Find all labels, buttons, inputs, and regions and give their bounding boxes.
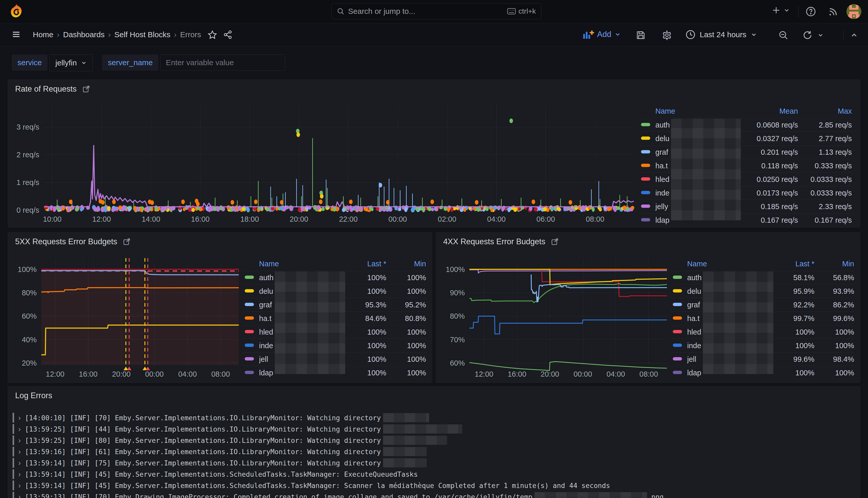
series-color-pill	[641, 218, 650, 221]
log-expand-chevron-icon[interactable]: ›	[14, 436, 25, 445]
refresh-button[interactable]	[802, 30, 824, 40]
redaction-blur	[275, 272, 345, 374]
series-value-2: 100%	[386, 287, 426, 296]
log-row[interactable]: ›[13:59:16] [INF] [61] Emby.Server.Imple…	[8, 446, 860, 457]
clock-icon	[685, 29, 696, 40]
panel-5xx-error-budgets: 5XX Requests Error Budgets 100%80%60%40%…	[8, 232, 432, 383]
log-expand-chevron-icon[interactable]: ›	[14, 424, 25, 433]
series-color-pill	[641, 123, 650, 126]
menu-toggle-icon[interactable]	[11, 30, 21, 39]
svg-text:16:00: 16:00	[508, 370, 526, 378]
series-value-2: 100%	[814, 328, 854, 336]
series-color-pill	[673, 343, 682, 347]
log-row[interactable]: ›[13:59:25] [INF] [80] Emby.Server.Imple…	[8, 435, 860, 446]
collapse-chevron-up-icon[interactable]	[850, 31, 858, 39]
svg-text:20%: 20%	[22, 359, 37, 367]
log-list: ›[14:00:10] [INF] [70] Emby.Server.Imple…	[8, 412, 860, 498]
redaction-blur	[383, 436, 447, 445]
redaction-blur	[383, 413, 429, 422]
redaction-blur	[671, 119, 741, 220]
series-value-2: 98.4%	[814, 355, 854, 364]
err5xx-timeseries-chart[interactable]: 100%80%60%40%20%12:0016:0020:0000:0004:0…	[8, 233, 244, 383]
svg-text:20:00: 20:00	[541, 370, 559, 378]
new-button[interactable]	[772, 6, 790, 15]
breadcrumb-home[interactable]: Home	[33, 30, 53, 39]
grafana-logo[interactable]	[9, 4, 24, 21]
series-color-pill	[245, 371, 254, 374]
svg-text:00:00: 00:00	[574, 370, 592, 378]
svg-text:40%: 40%	[22, 336, 37, 344]
help-icon[interactable]	[805, 6, 816, 17]
series-color-pill	[245, 316, 254, 320]
chevron-down-icon	[817, 32, 824, 39]
series-color-pill	[641, 177, 650, 181]
rate-timeseries-chart[interactable]: 0 req/s1 req/s2 req/s3 req/s10:0012:0014…	[8, 80, 639, 228]
redaction-blur	[383, 447, 427, 456]
series-color-pill	[673, 371, 682, 374]
series-value-2: 2.85 req/s	[798, 121, 852, 129]
log-row[interactable]: ›[13:59:13] [INF] [70] Emby.Drawing.Imag…	[8, 491, 860, 498]
share-icon[interactable]	[223, 30, 232, 39]
search-icon	[337, 8, 345, 15]
dashboard-toolbar: Home › Dashboards › Self Host Blocks › E…	[0, 23, 868, 47]
log-row[interactable]: ›[13:59:14] [INF] [45] Emby.Server.Imple…	[8, 469, 860, 480]
series-color-pill	[245, 343, 254, 347]
breadcrumb-separator: ›	[170, 30, 180, 39]
svg-text:08:00: 08:00	[639, 370, 658, 378]
series-value-2: 99.6%	[814, 314, 854, 323]
log-row[interactable]: ›[13:59:14] [INF] [45] Emby.Server.Imple…	[8, 480, 860, 491]
series-value-2: 0.167 req/s	[798, 216, 852, 224]
add-button[interactable]: Add	[583, 29, 621, 39]
redaction-blur	[703, 272, 773, 374]
favorite-star-icon[interactable]	[208, 30, 217, 39]
svg-text:00:00: 00:00	[388, 215, 407, 223]
log-level-bar	[13, 492, 14, 498]
dashboard-settings-gear-icon[interactable]	[662, 30, 672, 40]
log-expand-chevron-icon[interactable]: ›	[14, 447, 25, 456]
log-expand-chevron-icon[interactable]: ›	[14, 458, 25, 467]
breadcrumb-folder[interactable]: Self Host Blocks	[115, 30, 170, 39]
log-row[interactable]: ›[13:59:14] [INF] [75] Emby.Server.Imple…	[8, 457, 860, 469]
zoom-out-icon[interactable]	[778, 30, 788, 40]
series-value-2: 56.8%	[814, 274, 854, 282]
log-expand-chevron-icon[interactable]: ›	[14, 492, 25, 498]
time-range-picker[interactable]: Last 24 hours	[685, 29, 757, 40]
series-color-pill	[673, 276, 682, 279]
breadcrumb-dashboards[interactable]: Dashboards	[63, 30, 105, 39]
svg-text:08:00: 08:00	[211, 370, 230, 378]
series-value-2: 1.13 req/s	[798, 148, 852, 157]
log-expand-chevron-icon[interactable]: ›	[14, 481, 25, 490]
err4xx-timeseries-chart[interactable]: 100%90%80%70%60%12:0016:0020:0000:0004:0…	[436, 233, 672, 383]
chevron-down-icon	[783, 7, 790, 14]
svg-text:2 req/s: 2 req/s	[16, 150, 39, 159]
svg-text:20:00: 20:00	[112, 370, 131, 378]
news-icon[interactable]	[828, 6, 839, 17]
log-message-suffix: .png	[647, 493, 664, 498]
svg-text:00:00: 00:00	[145, 370, 164, 378]
variable-service-label: service	[12, 54, 48, 71]
user-avatar[interactable]	[846, 4, 861, 19]
log-expand-chevron-icon[interactable]: ›	[14, 413, 25, 422]
log-message: [13:59:25] [INF] [80] Emby.Server.Implem…	[25, 436, 381, 444]
svg-text:80%: 80%	[450, 312, 465, 320]
chevron-down-icon	[614, 31, 621, 38]
series-color-pill	[245, 357, 254, 361]
log-row[interactable]: ›[13:59:25] [INF] [44] Emby.Server.Imple…	[8, 423, 860, 435]
series-value-2: 100%	[386, 274, 426, 282]
add-panel-icon	[583, 29, 594, 39]
log-row[interactable]: ›[14:00:10] [INF] [70] Emby.Server.Imple…	[8, 412, 860, 423]
variable-service-select[interactable]: jellyfin	[50, 54, 93, 71]
save-dashboard-icon[interactable]	[636, 30, 646, 40]
panel-title[interactable]: Log Errors	[15, 391, 52, 400]
log-level-bar	[13, 424, 14, 434]
search-input[interactable]: Search or jump to... ctrl+k	[331, 3, 541, 19]
svg-text:16:00: 16:00	[191, 215, 210, 223]
log-level-bar	[13, 469, 14, 479]
variable-server-name-input[interactable]	[160, 54, 285, 71]
log-message: [13:59:14] [INF] [75] Emby.Server.Implem…	[25, 459, 381, 467]
log-level-bar	[13, 447, 14, 456]
log-expand-chevron-icon[interactable]: ›	[14, 470, 25, 479]
series-value-2: 93.9%	[814, 287, 854, 296]
series-color-pill	[641, 150, 650, 154]
svg-text:02:00: 02:00	[438, 215, 457, 223]
